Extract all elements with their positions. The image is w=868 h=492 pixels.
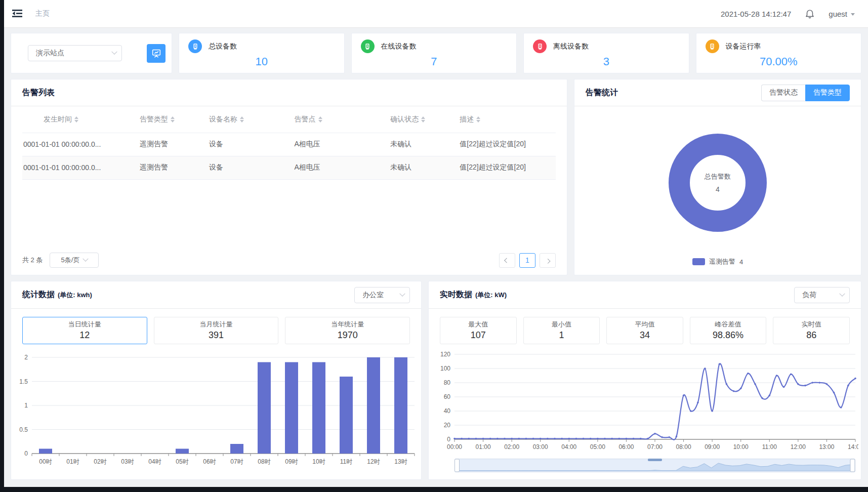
stat-label: 离线设备数 bbox=[553, 42, 589, 51]
total-count: 共 2 条 bbox=[22, 256, 43, 265]
svg-text:05时: 05时 bbox=[176, 458, 188, 465]
current-datetime: 2021-05-28 14:12:47 bbox=[721, 10, 791, 18]
alarm-list-card: 告警列表 发生时间 告警类型 设备名称 告警点 确认状态 描述 bbox=[11, 79, 567, 275]
column-header-point[interactable]: 告警点 bbox=[295, 106, 391, 133]
stat-card-total-devices: 总设备数 10 bbox=[179, 33, 345, 73]
chevron-down-icon bbox=[399, 291, 405, 296]
svg-text:08时: 08时 bbox=[258, 458, 270, 465]
chevron-down-icon bbox=[83, 256, 89, 262]
sort-icon[interactable] bbox=[318, 116, 322, 122]
svg-text:09时: 09时 bbox=[285, 458, 298, 465]
tab-monthly-total[interactable]: 当月统计量 391 bbox=[154, 317, 279, 344]
board-icon bbox=[151, 48, 162, 59]
svg-text:80: 80 bbox=[444, 379, 451, 386]
tab-daily-total[interactable]: 当日统计量 12 bbox=[22, 317, 147, 344]
chevron-left-icon bbox=[504, 258, 509, 263]
svg-text:03:00: 03:00 bbox=[533, 443, 548, 450]
svg-text:04时: 04时 bbox=[148, 458, 161, 465]
column-header-type[interactable]: 告警类型 bbox=[140, 106, 209, 133]
legend-label: 遥测告警 bbox=[709, 257, 735, 266]
station-select[interactable]: 演示站点 bbox=[28, 45, 122, 61]
breadcrumb[interactable]: 主页 bbox=[35, 9, 50, 18]
column-header-desc[interactable]: 描述 bbox=[460, 106, 556, 133]
column-header-ack[interactable]: 确认状态 bbox=[390, 106, 460, 133]
svg-text:00时: 00时 bbox=[39, 458, 52, 465]
stat-card-online-devices: 在线设备数 7 bbox=[351, 33, 517, 73]
svg-text:0.5: 0.5 bbox=[19, 426, 28, 433]
svg-text:1: 1 bbox=[24, 402, 28, 409]
toggle-alarm-type[interactable]: 告警类型 bbox=[805, 85, 850, 101]
line-chart-canvas: 02040608010012000:0001:0002:0003:0004:00… bbox=[431, 349, 858, 455]
donut-legend[interactable]: 遥测告警 4 bbox=[574, 257, 861, 266]
cell-time: 0001-01-01 00:00:00.0... bbox=[22, 133, 140, 156]
offline-devices-icon bbox=[533, 39, 547, 53]
page-size-select[interactable]: 5条/页 bbox=[50, 253, 99, 268]
table-row[interactable]: 0001-01-01 00:00:00.0... 遥测告警 设备 A相电压 未确… bbox=[22, 156, 556, 179]
alarm-list-header: 告警列表 bbox=[11, 79, 567, 106]
svg-text:11:00: 11:00 bbox=[762, 443, 777, 450]
next-page-button[interactable] bbox=[540, 253, 556, 268]
cell-desc: 值[22]超过设定值[20] bbox=[460, 156, 556, 179]
sort-icon[interactable] bbox=[240, 116, 244, 122]
cell-type: 遥测告警 bbox=[140, 156, 209, 179]
svg-text:12时: 12时 bbox=[367, 458, 380, 465]
chevron-down-icon bbox=[111, 49, 117, 55]
legend-swatch bbox=[692, 258, 705, 265]
svg-text:0: 0 bbox=[447, 436, 450, 443]
svg-text:10:00: 10:00 bbox=[733, 443, 749, 450]
sort-icon[interactable] bbox=[171, 116, 175, 122]
notifications-bell-icon[interactable] bbox=[804, 8, 815, 19]
sidebar-collapse-icon[interactable] bbox=[12, 9, 23, 19]
svg-text:1.5: 1.5 bbox=[19, 378, 28, 385]
stat-min: 最小值 1 bbox=[523, 317, 600, 344]
stat-card-uptime-rate: 设备运行率 70.00% bbox=[696, 33, 862, 73]
sort-icon[interactable] bbox=[74, 116, 78, 122]
alarm-table: 发生时间 告警类型 设备名称 告警点 确认状态 描述 0001-01-01 00… bbox=[22, 106, 556, 180]
realtime-card: 实时数据 (单位: kW) 负荷 最大值 107 最小值 1 bbox=[428, 281, 861, 480]
sort-icon[interactable] bbox=[476, 116, 480, 122]
datazoom-canvas[interactable] bbox=[454, 459, 855, 472]
page-number-button[interactable]: 1 bbox=[519, 253, 535, 268]
svg-text:0: 0 bbox=[24, 450, 28, 457]
svg-text:03时: 03时 bbox=[121, 458, 134, 465]
table-row[interactable]: 0001-01-01 00:00:00.0... 遥测告警 设备 A相电压 未确… bbox=[22, 133, 556, 156]
alarm-stats-toggle: 告警状态 告警类型 bbox=[761, 85, 850, 101]
bar-chart-canvas: 00.511.5200时01时02时03时04时05时06时07时08时09时1… bbox=[14, 349, 419, 474]
column-header-device[interactable]: 设备名称 bbox=[209, 106, 295, 133]
room-select-value: 办公室 bbox=[362, 291, 384, 300]
hourly-bar-chart: 00.511.5200时01时02时03时04时05时06时07时08时09时1… bbox=[14, 349, 419, 476]
svg-text:10时: 10时 bbox=[312, 458, 325, 465]
bottom-row: 统计数据 (单位: kwh) 办公室 当日统计量 12 当月统计量 391 bbox=[11, 281, 861, 480]
user-menu[interactable]: guest bbox=[829, 10, 855, 18]
window-edge-bottom bbox=[0, 487, 868, 492]
load-select[interactable]: 负荷 bbox=[794, 287, 850, 303]
toggle-alarm-status[interactable]: 告警状态 bbox=[761, 85, 805, 101]
realtime-stats: 最大值 107 最小值 1 平均值 34 峰谷差值 98.86% bbox=[440, 317, 850, 344]
stat-label: 在线设备数 bbox=[381, 42, 417, 51]
statistics-tabs: 当日统计量 12 当月统计量 391 当年统计量 1970 bbox=[22, 317, 410, 344]
page-size-value: 5条/页 bbox=[61, 256, 80, 265]
sort-icon[interactable] bbox=[421, 116, 425, 122]
svg-text:02:00: 02:00 bbox=[504, 443, 519, 450]
svg-text:20: 20 bbox=[444, 422, 451, 429]
prev-page-button[interactable] bbox=[499, 253, 515, 268]
column-header-time[interactable]: 发生时间 bbox=[22, 106, 140, 133]
tab-yearly-total[interactable]: 当年统计量 1970 bbox=[285, 317, 410, 344]
svg-text:11时: 11时 bbox=[340, 458, 352, 465]
datazoom-slider[interactable] bbox=[454, 459, 861, 474]
statistics-unit: (单位: kwh) bbox=[58, 291, 92, 300]
svg-text:06时: 06时 bbox=[203, 458, 216, 465]
stat-realtime: 实时值 86 bbox=[773, 317, 850, 344]
station-select-value: 演示站点 bbox=[36, 49, 64, 58]
svg-text:06:00: 06:00 bbox=[618, 443, 634, 450]
stat-max: 最大值 107 bbox=[440, 317, 517, 344]
alarm-stats-header: 告警统计 告警状态 告警类型 bbox=[574, 79, 861, 106]
pagination: 共 2 条 5条/页 1 bbox=[22, 253, 556, 268]
cell-type: 遥测告警 bbox=[140, 133, 209, 156]
stat-label: 总设备数 bbox=[209, 42, 237, 51]
room-select[interactable]: 办公室 bbox=[354, 287, 410, 303]
presentation-board-button[interactable] bbox=[147, 44, 166, 63]
svg-text:40: 40 bbox=[444, 407, 451, 415]
legend-value: 4 bbox=[739, 258, 743, 266]
alarm-donut-chart: 总告警数 4 bbox=[654, 119, 781, 246]
